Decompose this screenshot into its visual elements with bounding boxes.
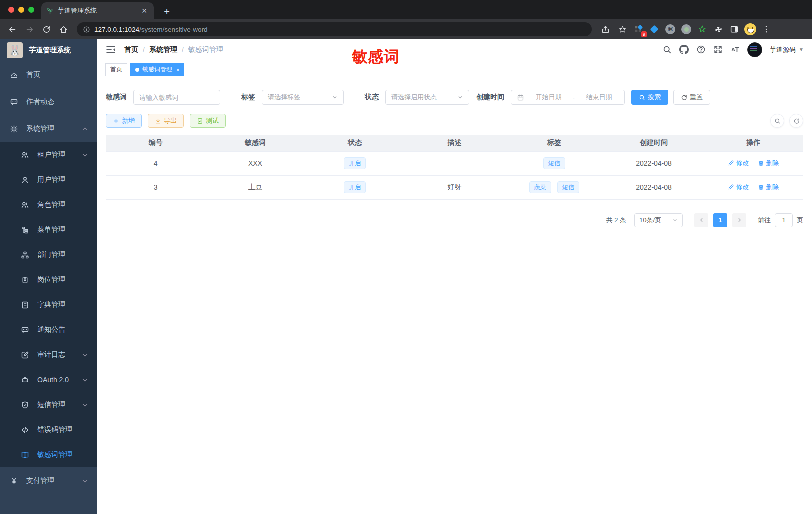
date-range-picker[interactable]: 开始日期 - 结束日期 [511, 90, 625, 105]
sidebar-item-post[interactable]: 岗位管理 [0, 267, 98, 292]
sidebar-logo[interactable]: 🐰 芋道管理系统 [0, 39, 98, 61]
sidebar-item-role[interactable]: 角色管理 [0, 192, 98, 217]
word-filter-input[interactable] [140, 94, 214, 101]
minimize-window-button[interactable] [18, 7, 24, 13]
total-count: 共 2 条 [606, 216, 626, 225]
edit-link[interactable]: 修改 [728, 183, 749, 192]
address-bar[interactable]: 127.0.0.1:1024/system/sensitive-word [77, 22, 592, 36]
chevron-down-icon [81, 151, 90, 159]
sidebar-item-system[interactable]: 系统管理 [0, 115, 98, 142]
share-button[interactable] [598, 22, 613, 37]
sidebar-item-errorcode[interactable]: 错误码管理 [0, 417, 98, 442]
tab-close-icon[interactable]: × [176, 67, 180, 73]
sidebar-item-sensitive-word[interactable]: 敏感词管理 [0, 442, 98, 467]
zoom-window-button[interactable] [28, 7, 34, 13]
pagination: 共 2 条 10条/页 1 前往 页 [106, 213, 804, 227]
sidebar-item-audit[interactable]: 审计日志 [0, 342, 98, 367]
edit-link[interactable]: 修改 [728, 159, 749, 168]
sidebar-item-label: 审计日志 [38, 350, 73, 359]
sidebar-item-label: 错误码管理 [38, 425, 98, 434]
new-tab-button[interactable]: + [160, 5, 174, 19]
app-title: 芋道管理系统 [29, 46, 71, 55]
extension-star-icon[interactable] [696, 23, 709, 36]
header-search-icon[interactable] [662, 45, 672, 54]
site-info-icon[interactable] [83, 26, 90, 33]
sidebar-fold-icon[interactable] [106, 44, 116, 55]
sidebar-item-notice[interactable]: 通知公告 [0, 317, 98, 342]
delete-link[interactable]: 删除 [758, 183, 779, 192]
test-button[interactable]: 测试 [190, 114, 226, 128]
next-page-button[interactable] [732, 213, 746, 227]
sidebar-item-oauth[interactable]: OAuth 2.0 [0, 367, 98, 392]
status-select-placeholder: 请选择启用状态 [392, 93, 437, 102]
tag-filter-select[interactable]: 请选择标签 [262, 90, 344, 105]
sidebar-item-dict[interactable]: 字典管理 [0, 292, 98, 317]
bookmark-star-button[interactable] [615, 22, 630, 37]
caret-down-icon: ▼ [799, 47, 804, 52]
github-icon[interactable] [680, 45, 689, 54]
browser-menu-icon[interactable] [760, 23, 773, 36]
extension-gem-icon[interactable] [648, 23, 661, 36]
cell-desc: 好呀 [405, 175, 504, 199]
sidebar-item-home[interactable]: 首页 [0, 61, 98, 88]
sidebar-item-menu[interactable]: 菜单管理 [0, 217, 98, 242]
trash-icon [758, 160, 764, 166]
refresh-table-button[interactable] [790, 114, 804, 128]
tags-view-bar: 首页 敏感词管理 × [98, 60, 812, 79]
close-window-button[interactable] [8, 7, 14, 13]
chevron-down-icon [332, 94, 338, 100]
extensions-puzzle-icon[interactable] [712, 23, 725, 36]
search-icon [774, 118, 781, 124]
font-size-icon[interactable] [730, 45, 740, 54]
view-tab-home[interactable]: 首页 [106, 63, 128, 76]
add-button[interactable]: 新增 [106, 114, 142, 128]
trash-icon [758, 184, 764, 190]
profile-avatar[interactable] [744, 23, 757, 36]
chevron-up-icon [81, 125, 90, 133]
side-panel-icon[interactable] [728, 23, 741, 36]
prev-page-button[interactable] [694, 213, 708, 227]
url-path: /system/sensitive-word [140, 26, 208, 33]
sidebar-item-label: OAuth 2.0 [38, 376, 73, 384]
breadcrumb-home[interactable]: 首页 [124, 45, 138, 54]
home-button[interactable] [56, 22, 71, 37]
user-icon [21, 176, 30, 184]
search-button[interactable]: 搜索 [632, 90, 668, 105]
tag-badge: 蔬菜 [530, 181, 552, 193]
page-size-select[interactable]: 10条/页 [634, 213, 683, 227]
extension-command-icon[interactable]: ⌘ [664, 23, 677, 36]
help-icon[interactable] [696, 45, 706, 54]
page-number-button[interactable]: 1 [714, 213, 728, 227]
sidebar-item-label: 系统管理 [26, 124, 73, 133]
delete-link[interactable]: 删除 [758, 159, 779, 168]
fullscreen-icon[interactable] [714, 45, 723, 54]
extension-record-icon[interactable] [680, 23, 693, 36]
annotation-text: 敏感词 [352, 46, 400, 67]
back-button[interactable] [5, 22, 20, 37]
view-tab-sensitive-word[interactable]: 敏感词管理 × [130, 63, 184, 76]
sidebar-item-pay[interactable]: 支付管理 [0, 467, 98, 494]
goto-page-input[interactable] [775, 213, 793, 227]
breadcrumb-system[interactable]: 系统管理 [150, 45, 178, 54]
browser-tab-title: 芋道管理系统 [58, 6, 136, 15]
app-header: 首页 / 系统管理 / 敏感词管理 芋道源码 ▼ [98, 39, 812, 60]
sidebar-item-author[interactable]: 作者动态 [0, 88, 98, 115]
export-button[interactable]: 导出 [148, 114, 184, 128]
reload-button[interactable] [39, 22, 54, 37]
user-avatar[interactable] [748, 42, 762, 57]
reset-button[interactable]: 重置 [674, 90, 710, 105]
status-filter-select[interactable]: 请选择启用状态 [386, 90, 470, 105]
browser-tab[interactable]: 芋道管理系统 ✕ [42, 2, 154, 19]
cell-id: 3 [106, 175, 206, 199]
sidebar-item-dept[interactable]: 部门管理 [0, 242, 98, 267]
forward-button[interactable] [22, 22, 37, 37]
sidebar-item-label: 敏感词管理 [38, 450, 98, 459]
tab-close-icon[interactable]: ✕ [140, 7, 149, 15]
sidebar-item-user[interactable]: 用户管理 [0, 167, 98, 192]
extension-grid-icon[interactable]: 9 [632, 23, 645, 36]
user-menu[interactable]: 芋道源码 ▼ [770, 45, 804, 54]
sidebar-item-label: 岗位管理 [38, 275, 98, 284]
sidebar-item-tenant[interactable]: 租户管理 [0, 142, 98, 167]
sidebar-item-sms[interactable]: 短信管理 [0, 392, 98, 417]
toggle-search-button[interactable] [770, 114, 784, 128]
